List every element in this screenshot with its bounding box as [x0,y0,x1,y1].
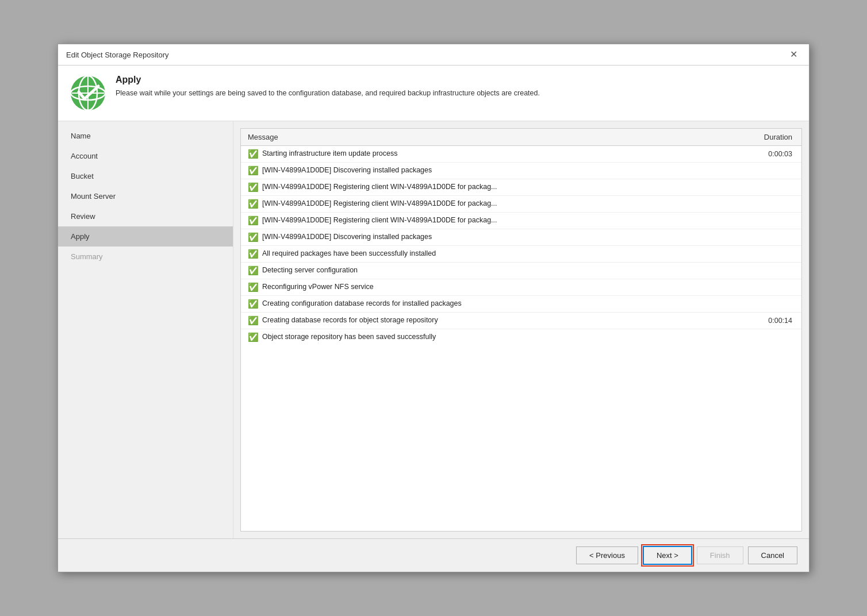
table-row: ✅[WIN-V4899A1D0DE] Registering client WI… [241,196,801,213]
check-icon: ✅ [248,182,259,192]
header-area: Apply Please wait while your settings ar… [58,66,809,121]
table-row: ✅Starting infrastructure item update pro… [241,146,801,163]
log-message: ✅[WIN-V4899A1D0DE] Registering client WI… [241,213,744,229]
previous-button[interactable]: < Previous [576,546,638,564]
log-message: ✅Creating configuration database records… [241,296,744,313]
log-message: ✅[WIN-V4899A1D0DE] Registering client WI… [241,196,744,213]
check-icon: ✅ [248,232,259,242]
dialog-title: Edit Object Storage Repository [66,51,168,59]
log-duration [744,229,801,246]
header-title: Apply [116,75,540,85]
log-message: ✅Creating database records for object st… [241,313,744,329]
app-icon [70,75,106,111]
dialog: Edit Object Storage Repository ✕ Apply P… [57,44,810,572]
next-button[interactable]: Next > [643,546,692,565]
sidebar-item-summary: Summary [58,247,233,267]
sidebar: NameAccountBucketMount ServerReviewApply… [58,121,233,538]
sidebar-item-apply[interactable]: Apply [58,226,233,247]
sidebar-item-bucket[interactable]: Bucket [58,166,233,186]
log-duration: 0:00:14 [744,313,801,329]
header-text: Apply Please wait while your settings ar… [116,75,540,99]
sidebar-item-mount-server[interactable]: Mount Server [58,186,233,206]
sidebar-item-review[interactable]: Review [58,206,233,226]
log-message: ✅Object storage repository has been save… [241,329,744,346]
check-icon: ✅ [248,265,259,275]
table-row: ✅[WIN-V4899A1D0DE] Discovering installed… [241,163,801,179]
table-row: ✅[WIN-V4899A1D0DE] Discovering installed… [241,229,801,246]
sidebar-item-name[interactable]: Name [58,126,233,146]
log-duration [744,179,801,196]
log-message: ✅Starting infrastructure item update pro… [241,146,744,163]
log-duration [744,279,801,296]
log-duration [744,263,801,279]
check-icon: ✅ [248,282,259,292]
check-icon: ✅ [248,149,259,159]
table-row: ✅All required packages have been success… [241,246,801,263]
col-duration: Duration [744,129,801,146]
table-row: ✅Creating configuration database records… [241,296,801,313]
table-row: ✅[WIN-V4899A1D0DE] Registering client WI… [241,213,801,229]
table-row: ✅[WIN-V4899A1D0DE] Registering client WI… [241,179,801,196]
col-message: Message [241,129,744,146]
log-message: ✅[WIN-V4899A1D0DE] Registering client WI… [241,179,744,196]
log-table-element: Message Duration ✅Starting infrastructur… [241,129,801,345]
check-icon: ✅ [248,199,259,209]
check-icon: ✅ [248,165,259,175]
log-duration [744,246,801,263]
sidebar-item-account[interactable]: Account [58,146,233,166]
log-duration [744,213,801,229]
check-icon: ✅ [248,249,259,259]
table-row: ✅Detecting server configuration [241,263,801,279]
log-message: ✅All required packages have been success… [241,246,744,263]
main-panel: Message Duration ✅Starting infrastructur… [233,121,809,538]
check-icon: ✅ [248,332,259,342]
log-table: Message Duration ✅Starting infrastructur… [240,128,802,532]
table-row: ✅Object storage repository has been save… [241,329,801,346]
log-duration [744,329,801,346]
cancel-button[interactable]: Cancel [748,546,797,564]
close-button[interactable]: ✕ [787,49,801,60]
log-message: ✅[WIN-V4899A1D0DE] Discovering installed… [241,229,744,246]
log-message: ✅[WIN-V4899A1D0DE] Discovering installed… [241,163,744,179]
log-message: ✅Detecting server configuration [241,263,744,279]
finish-button[interactable]: Finish [697,546,743,564]
check-icon: ✅ [248,215,259,225]
content-area: NameAccountBucketMount ServerReviewApply… [58,121,809,538]
title-bar: Edit Object Storage Repository ✕ [58,44,809,66]
table-row: ✅Creating database records for object st… [241,313,801,329]
check-icon: ✅ [248,299,259,309]
log-message: ✅Reconfiguring vPower NFS service [241,279,744,296]
log-duration [744,196,801,213]
log-duration [744,163,801,179]
header-description: Please wait while your settings are bein… [116,88,540,99]
log-duration: 0:00:03 [744,146,801,163]
footer: < Previous Next > Finish Cancel [58,538,809,572]
check-icon: ✅ [248,315,259,325]
table-row: ✅Reconfiguring vPower NFS service [241,279,801,296]
log-duration [744,296,801,313]
